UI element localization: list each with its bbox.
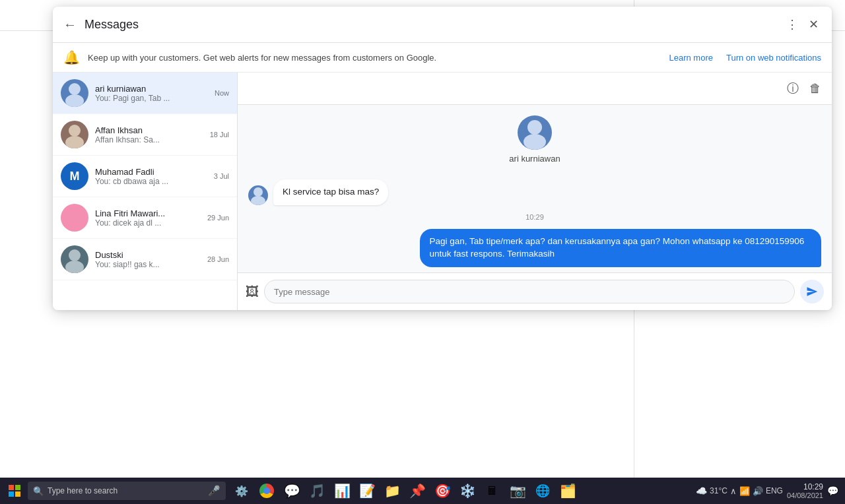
conv-name-lina: Lina Fitri Mawari... (95, 208, 201, 218)
messages-more-button[interactable]: ⋮ (784, 15, 801, 34)
page-area: All Maps Images News Videos More Tools A… (0, 0, 845, 478)
message-bubble-incoming: Kl service tap bisa mas? (273, 179, 388, 205)
conv-preview-muhamad: You: cb dbawa aja ... (95, 177, 207, 186)
taskbar-right-area: ☁️ 31°C ∧ 📶 🔊 ENG 10:29 04/08/2021 💬 (696, 482, 842, 499)
conv-name-dustski: Dustski (95, 250, 201, 260)
svg-point-1 (65, 94, 84, 107)
weather-icon: ☁️ (696, 486, 707, 496)
chat-message-input[interactable] (264, 280, 795, 303)
conv-name-affan: Affan Ikhsan (95, 125, 203, 135)
chat-media-button[interactable]: 🖼 (246, 284, 259, 299)
taskbar-datetime: 10:29 04/08/2021 (787, 482, 823, 499)
chat-info-icon[interactable]: ⓘ (784, 78, 801, 99)
taskbar-app-whatsapp[interactable]: 💬 (280, 479, 304, 503)
messages-close-button[interactable]: ✕ (806, 15, 821, 34)
taskbar-search-icon: 🔍 (33, 486, 44, 496)
start-button[interactable] (3, 479, 26, 503)
taskbar-app-settings[interactable]: ⚙️ (230, 479, 254, 503)
taskbar-app-folder[interactable]: 📁 (380, 479, 404, 503)
svg-point-2 (69, 125, 81, 137)
conv-time-ari: Now (215, 89, 229, 97)
taskbar-app-network[interactable]: 🌐 (531, 479, 555, 503)
taskbar-app-sticky[interactable]: 📌 (405, 479, 429, 503)
messages-panel: ← Messages ⋮ ✕ 🔔 Keep up with your custo… (53, 7, 832, 310)
conv-avatar-lina (61, 204, 88, 232)
svg-rect-12 (9, 491, 14, 497)
taskbar-app-vlc[interactable]: 🎵 (305, 479, 329, 503)
notification-turn-on-button[interactable]: Turn on web notifications (726, 53, 821, 63)
taskbar-app-camera[interactable]: 📷 (506, 479, 529, 503)
notification-banner: 🔔 Keep up with your customers. Get web a… (53, 43, 832, 73)
chat-delete-icon[interactable]: 🗑 (807, 79, 824, 98)
messages-title: Messages (84, 18, 776, 32)
chevron-up-icon[interactable]: ∧ (730, 486, 737, 496)
network-icon[interactable]: 📶 (739, 486, 750, 496)
taskbar-app-word[interactable]: 📝 (355, 479, 379, 503)
message-avatar-ari (248, 185, 268, 205)
messages-back-button[interactable]: ← (63, 17, 77, 32)
taskbar-date: 04/08/2021 (787, 491, 823, 499)
svg-rect-11 (15, 485, 20, 490)
taskbar-app-excel[interactable]: 📊 (330, 479, 354, 503)
taskbar-search-placeholder: Type here to search (48, 486, 118, 495)
conv-avatar-muhamad: M (61, 162, 88, 190)
message-row-incoming: Kl service tap bisa mas? (248, 179, 821, 205)
conv-info-affan: Affan Ikhsan Affan Ikhsan: Sa... (95, 125, 203, 144)
svg-point-3 (65, 136, 84, 148)
conv-item-dustski[interactable]: Dustski You: siap!! gas k... 28 Jun (53, 239, 237, 280)
notification-learn-more-link[interactable]: Learn more (669, 53, 712, 63)
conv-info-dustski: Dustski You: siap!! gas k... (95, 250, 201, 269)
svg-point-5 (65, 261, 84, 273)
conv-time-affan: 18 Jul (210, 131, 229, 139)
taskbar-app-files[interactable]: 🗂️ (556, 479, 580, 503)
message-time-separator: 10:29 (248, 213, 821, 221)
svg-rect-10 (9, 485, 14, 490)
chat-input-area: 🖼 (238, 272, 832, 310)
conv-name-muhamad: Muhamad Fadli (95, 167, 207, 177)
svg-point-0 (69, 83, 81, 95)
taskbar-time: 10:29 (803, 482, 823, 491)
conv-time-muhamad: 3 Jul (214, 172, 229, 180)
notification-center-icon[interactable]: 💬 (827, 486, 838, 496)
conv-preview-affan: Affan Ikhsan: Sa... (95, 135, 203, 144)
chat-contact-name: ari kurniawan (509, 154, 560, 164)
chat-area: ⓘ 🗑 ari kurniawan (238, 73, 832, 310)
conv-preview-lina: You: dicek aja dl ... (95, 218, 201, 228)
conv-avatar-affan (61, 121, 88, 148)
volume-icon[interactable]: 🔊 (753, 486, 763, 496)
taskbar: 🔍 Type here to search 🎤 ⚙️ 💬 🎵 📊 📝 📁 📌 🎯… (0, 478, 845, 504)
chat-header: ⓘ 🗑 (238, 73, 832, 105)
conversations-list: ari kurniawan You: Pagi gan, Tab ... Now… (53, 73, 238, 310)
chat-contact-avatar (518, 115, 552, 150)
conv-info-ari: ari kurniawan You: Pagi gan, Tab ... (95, 84, 208, 103)
conv-info-lina: Lina Fitri Mawari... You: dicek aja dl .… (95, 208, 201, 228)
conv-item-ari[interactable]: ari kurniawan You: Pagi gan, Tab ... Now (53, 73, 237, 114)
conv-name-ari: ari kurniawan (95, 84, 208, 94)
taskbar-search-box[interactable]: 🔍 Type here to search 🎤 (28, 482, 226, 500)
taskbar-app-chrome[interactable] (255, 479, 279, 503)
conv-time-dustski: 28 Jun (207, 255, 229, 263)
conv-item-affan[interactable]: Affan Ikhsan Affan Ikhsan: Sa... 18 Jul (53, 114, 237, 156)
taskbar-app-calculator[interactable]: 🖩 (481, 479, 504, 503)
conv-avatar-ari (61, 79, 88, 107)
conv-item-lina[interactable]: Lina Fitri Mawari... You: dicek aja dl .… (53, 197, 237, 239)
conv-item-muhamad[interactable]: M Muhamad Fadli You: cb dbawa aja ... 3 … (53, 156, 237, 197)
messages-header: ← Messages ⋮ ✕ (53, 7, 832, 43)
taskbar-app-snowflake[interactable]: ❄️ (456, 479, 479, 503)
svg-point-4 (69, 249, 81, 261)
taskbar-app-game1[interactable]: 🎯 (430, 479, 454, 503)
notification-bell-icon: 🔔 (63, 49, 80, 65)
svg-point-6 (527, 120, 542, 135)
conv-time-lina: 29 Jun (207, 214, 229, 222)
chat-contact-info: ari kurniawan (248, 115, 821, 164)
messages-header-icons: ⋮ ✕ (784, 15, 821, 34)
svg-point-8 (254, 187, 263, 197)
conv-info-muhamad: Muhamad Fadli You: cb dbawa aja ... (95, 167, 207, 186)
chat-messages: ari kurniawan Kl service tap bisa mas? 1… (238, 105, 832, 272)
svg-point-9 (251, 196, 265, 205)
message-bubble-outgoing: Pagi gan, Tab tipe/merk apa? dan kerusak… (420, 229, 821, 267)
taskbar-system-icons: ☁️ 31°C ∧ 📶 🔊 ENG (696, 486, 783, 496)
chat-send-button[interactable] (800, 280, 824, 303)
language-label: ENG (766, 486, 783, 495)
svg-point-7 (524, 134, 546, 150)
